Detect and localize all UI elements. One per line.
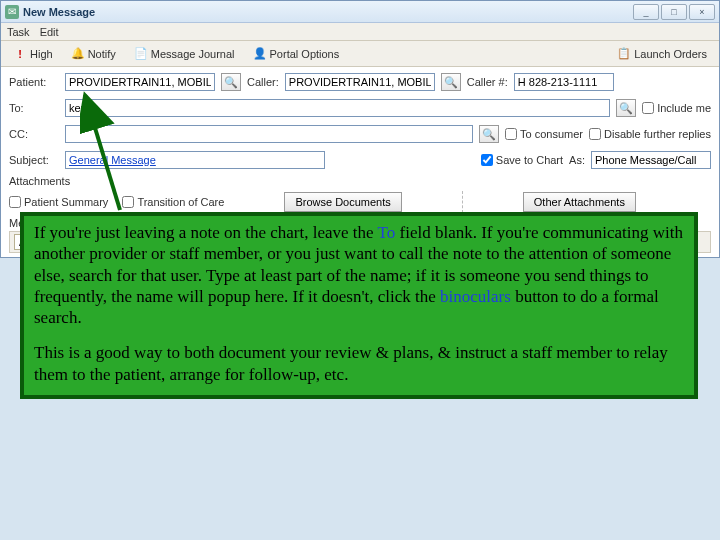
patient-field[interactable] — [65, 73, 215, 91]
to-search-button[interactable]: 🔍 — [616, 99, 636, 117]
transition-label: Transition of Care — [137, 196, 224, 208]
cc-field[interactable] — [65, 125, 473, 143]
attachments-label: Attachments — [9, 175, 711, 187]
include-me-label: Include me — [657, 102, 711, 114]
menubar: Task Edit — [1, 23, 719, 41]
message-journal-button[interactable]: 📄Message Journal — [128, 44, 241, 64]
to-highlight: To — [378, 223, 396, 242]
instruction-p2: This is a good way to both document your… — [34, 342, 684, 385]
other-attachments-button[interactable]: Other Attachments — [523, 192, 636, 212]
launch-orders-button[interactable]: 📋Launch Orders — [611, 44, 713, 64]
instr-text: If you're just leaving a note on the cha… — [34, 223, 378, 242]
as-label: As: — [569, 154, 585, 166]
binoculars-icon: 🔍 — [444, 76, 458, 89]
save-chart-label: Save to Chart — [496, 154, 563, 166]
launch-label: Launch Orders — [634, 48, 707, 60]
notify-button[interactable]: 🔔Notify — [65, 44, 122, 64]
patient-summary-checkbox[interactable]: Patient Summary — [9, 196, 108, 208]
caller-search-button[interactable]: 🔍 — [441, 73, 461, 91]
person-icon: 👤 — [253, 47, 267, 61]
patient-summary-label: Patient Summary — [24, 196, 108, 208]
binoculars-icon: 🔍 — [619, 102, 633, 115]
separator — [462, 191, 463, 213]
instruction-p1: If you're just leaving a note on the cha… — [34, 222, 684, 328]
save-to-chart-checkbox[interactable]: Save to Chart — [481, 154, 563, 166]
subject-field[interactable] — [65, 151, 325, 169]
menu-task[interactable]: Task — [7, 26, 30, 38]
bell-icon: 🔔 — [71, 47, 85, 61]
journal-icon: 📄 — [134, 47, 148, 61]
binoculars-icon: 🔍 — [482, 128, 496, 141]
subject-label: Subject: — [9, 154, 59, 166]
journal-label: Message Journal — [151, 48, 235, 60]
priority-high-button[interactable]: !High — [7, 44, 59, 64]
to-label: To: — [9, 102, 59, 114]
include-me-checkbox[interactable]: Include me — [642, 102, 711, 114]
priority-high-label: High — [30, 48, 53, 60]
exclaim-icon: ! — [13, 47, 27, 61]
callernum-field[interactable] — [514, 73, 614, 91]
notify-label: Notify — [88, 48, 116, 60]
app-icon: ✉ — [5, 5, 19, 19]
patient-search-button[interactable]: 🔍 — [221, 73, 241, 91]
transition-care-checkbox[interactable]: Transition of Care — [122, 196, 224, 208]
patient-label: Patient: — [9, 76, 59, 88]
orders-icon: 📋 — [617, 47, 631, 61]
to-consumer-label: To consumer — [520, 128, 583, 140]
caller-label: Caller: — [247, 76, 279, 88]
to-consumer-checkbox[interactable]: To consumer — [505, 128, 583, 140]
portal-options-button[interactable]: 👤Portal Options — [247, 44, 346, 64]
to-field[interactable] — [65, 99, 610, 117]
menu-edit[interactable]: Edit — [40, 26, 59, 38]
disable-replies-label: Disable further replies — [604, 128, 711, 140]
close-button[interactable]: × — [689, 4, 715, 20]
minimize-button[interactable]: _ — [633, 4, 659, 20]
cc-label: CC: — [9, 128, 59, 140]
portal-label: Portal Options — [270, 48, 340, 60]
binoculars-icon: 🔍 — [224, 76, 238, 89]
titlebar: ✉ New Message _ □ × — [1, 1, 719, 23]
caller-field[interactable] — [285, 73, 435, 91]
browse-documents-button[interactable]: Browse Documents — [284, 192, 401, 212]
instruction-overlay: If you're just leaving a note on the cha… — [20, 212, 698, 399]
toolbar: !High 🔔Notify 📄Message Journal 👤Portal O… — [1, 41, 719, 67]
cc-search-button[interactable]: 🔍 — [479, 125, 499, 143]
window-title: New Message — [23, 6, 633, 18]
as-field[interactable] — [591, 151, 711, 169]
binoculars-highlight: binoculars — [440, 287, 511, 306]
maximize-button[interactable]: □ — [661, 4, 687, 20]
callernum-label: Caller #: — [467, 76, 508, 88]
disable-replies-checkbox[interactable]: Disable further replies — [589, 128, 711, 140]
